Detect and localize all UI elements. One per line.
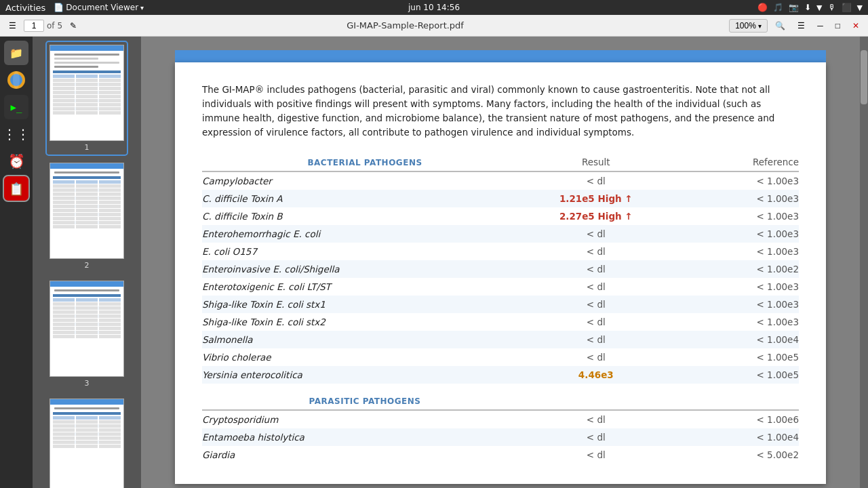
pathogen-name: Entamoeba histolytica [202,428,530,446]
maximize-button[interactable]: □ [831,19,845,33]
thumbnail-3[interactable]: 3 [47,278,127,390]
minimize-button[interactable]: ─ [812,19,828,33]
pathogen-reference: < 1.00e6 [662,410,799,428]
search-button[interactable]: 🔍 [770,19,790,33]
dropdown-icon[interactable]: ▾ [140,4,144,12]
parasitic-ref-header [662,392,799,410]
pathogen-reference: < 1.00e2 [662,260,799,278]
sys-icon-8: ▼ [857,3,863,12]
zoom-level-button[interactable]: 100% ▾ [729,19,768,33]
thumbnail-4[interactable]: 4 [47,396,127,488]
parasitic-result-header [530,392,662,410]
sidebar-item-notes[interactable]: 📋 [4,176,28,201]
sidebar-item-files[interactable]: 📁 [4,41,28,65]
svg-point-2 [13,71,20,89]
pathogen-reference: < 1.00e5 [662,348,799,366]
table-row: Cryptosporidium< dl< 1.00e6 [202,410,799,428]
reference-column-header: Reference [662,153,799,171]
sidebar-toggle-button[interactable]: ☰ [4,19,21,33]
thumb-image-1 [50,45,124,141]
thumbnail-2[interactable]: 2 [47,160,127,272]
sys-icon-2: 🎵 [773,3,783,12]
close-button[interactable]: ✕ [848,19,864,33]
thumb-label-3: 3 [85,379,90,388]
pathogen-name: Enteroinvasive E. coli/Shigella [202,260,530,278]
pathogen-result: < dl [530,446,662,464]
pathogen-reference: < 1.00e3 [662,243,799,260]
edit-button[interactable]: ✎ [65,19,81,33]
pathogen-reference: < 1.00e3 [662,278,799,296]
scrollbar-thumb[interactable] [861,50,867,104]
pathogen-name: Enterotoxigenic E. coli LT/ST [202,278,530,296]
pdf-page-wrapper: The GI-MAP® includes pathogens (bacteria… [175,50,826,474]
thumb-image-4 [50,399,124,488]
table-row: Enteroinvasive E. coli/Shigella< dl< 1.0… [202,260,799,278]
pathogen-name: Vibrio cholerae [202,348,530,366]
close-icon: ✕ [852,21,859,30]
pathogen-reference: < 1.00e3 [662,225,799,243]
result-column-header: Result [530,153,662,171]
parasitic-section-header: Parasitic Pathogens [202,392,530,410]
app-sidebar: 📁 ▶_ ⋮⋮ ⏰ 📋 [0,37,33,488]
table-row: Giardia< dl< 5.00e2 [202,446,799,464]
sys-icon-7: ⬛ [842,3,852,12]
zoom-dropdown-icon: ▾ [758,22,762,30]
pathogen-reference: < 1.00e3 [662,207,799,225]
table-header-row: Bacterial Pathogens Result Reference [202,153,799,171]
pathogen-result: < dl [530,428,662,446]
sidebar-toggle-icon: ☰ [9,21,16,30]
sys-icon-5: ▼ [816,3,822,12]
pathogen-result: < dl [530,410,662,428]
menu-button[interactable]: ☰ [793,19,810,33]
zoom-control: 100% ▾ [729,19,768,33]
pathogen-reference: < 1.00e3 [662,171,799,190]
page-navigation: of 5 [24,20,62,32]
table-row: Yersinia enterocolitica4.46e3< 1.00e5 [202,366,799,384]
bacterial-pathogens-table: Bacterial Pathogens Result Reference Cam… [202,153,799,384]
pathogen-result: < dl [530,313,662,331]
pathogen-result: 1.21e5 High ↑ [530,190,662,207]
pathogen-reference: < 5.00e2 [662,446,799,464]
table-row: Vibrio cholerae< dl< 1.00e5 [202,348,799,366]
table-row: C. difficile Toxin A1.21e5 High ↑< 1.00e… [202,190,799,207]
system-bar-right: 🔴 🎵 📷 ⬇ ▼ 🎙 ⬛ ▼ [757,3,863,12]
sidebar-item-time[interactable]: ⏰ [4,149,28,174]
parasitic-pathogens-table: Parasitic Pathogens Cryptosporidium< dl<… [202,392,799,464]
pathogen-name: E. coli O157 [202,243,530,260]
sidebar-item-apps[interactable]: ⋮⋮ [4,122,28,146]
sys-icon-3: 📷 [789,3,799,12]
pathogen-reference: < 1.00e3 [662,296,799,313]
table-row: E. coli O157< dl< 1.00e3 [202,243,799,260]
table-row: Enterohemorrhagic E. coli< dl< 1.00e3 [202,225,799,243]
pathogen-reference: < 1.00e4 [662,331,799,348]
sys-icon-1: 🔴 [757,3,768,12]
intro-paragraph: The GI-MAP® includes pathogens (bacteria… [202,83,799,140]
pdf-page: The GI-MAP® includes pathogens (bacteria… [175,62,826,484]
pathogen-result: 2.27e5 High ↑ [530,207,662,225]
pathogen-name: Campylobacter [202,171,530,190]
system-bar-left: Activities 📄 Document Viewer ▾ [5,3,144,13]
pathogen-result: < dl [530,278,662,296]
of-label: of 5 [47,21,62,30]
sys-icon-6: 🎙 [828,3,836,12]
thumbnail-1[interactable]: 1 [47,42,127,155]
thumb-label-2: 2 [85,261,90,270]
activities-label[interactable]: Activities [5,3,45,13]
pathogen-name: Salmonella [202,331,530,348]
app-name-label[interactable]: 📄 Document Viewer ▾ [54,3,144,12]
pathogen-name: C. difficile Toxin B [202,207,530,225]
search-icon: 🔍 [775,21,785,30]
pathogen-name: Enterohemorrhagic E. coli [202,225,530,243]
datetime-display: jun 10 14:56 [408,3,460,12]
menu-icon: ☰ [797,21,805,30]
sidebar-item-terminal[interactable]: ▶_ [4,95,28,119]
page-number-input[interactable] [24,20,44,32]
table-row: Entamoeba histolytica< dl< 1.00e4 [202,428,799,446]
pathogen-result: < dl [530,348,662,366]
pathogen-result: < dl [530,296,662,313]
content-area[interactable]: The GI-MAP® includes pathogens (bacteria… [141,37,860,488]
minimize-icon: ─ [817,21,823,30]
sidebar-item-browser[interactable] [4,68,28,92]
pathogen-result: < dl [530,171,662,190]
right-scrollbar[interactable] [860,37,868,488]
